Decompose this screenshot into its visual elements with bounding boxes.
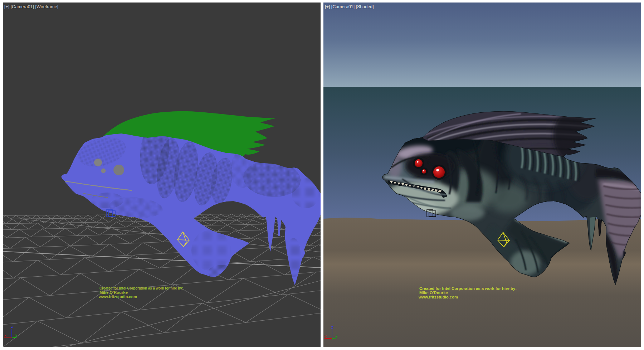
svg-text:[+] [Camera01] [Shaded]: [+] [Camera01] [Shaded] xyxy=(325,4,374,9)
svg-text:[+] [Camera01] [Wireframe]: [+] [Camera01] [Wireframe] xyxy=(4,4,58,9)
svg-text:y: y xyxy=(336,333,338,337)
svg-text:x: x xyxy=(4,333,6,337)
svg-text:Created for Intel Corporation: Created for Intel Corporation as a work … xyxy=(99,286,183,290)
svg-text:Mike O'Rourke: Mike O'Rourke xyxy=(419,291,448,295)
svg-text:Mike O'Rourke: Mike O'Rourke xyxy=(99,291,128,295)
svg-text:z: z xyxy=(11,324,13,329)
svg-text:x: x xyxy=(325,334,327,338)
svg-text:z: z xyxy=(331,325,333,329)
svg-text:Created for Intel Corporation: Created for Intel Corporation as a work … xyxy=(419,287,517,291)
svg-text:y: y xyxy=(15,332,18,337)
svg-text:www.fritzstudio.com: www.fritzstudio.com xyxy=(418,295,458,299)
svg-text:www.fritzstudio.com: www.fritzstudio.com xyxy=(98,295,137,299)
